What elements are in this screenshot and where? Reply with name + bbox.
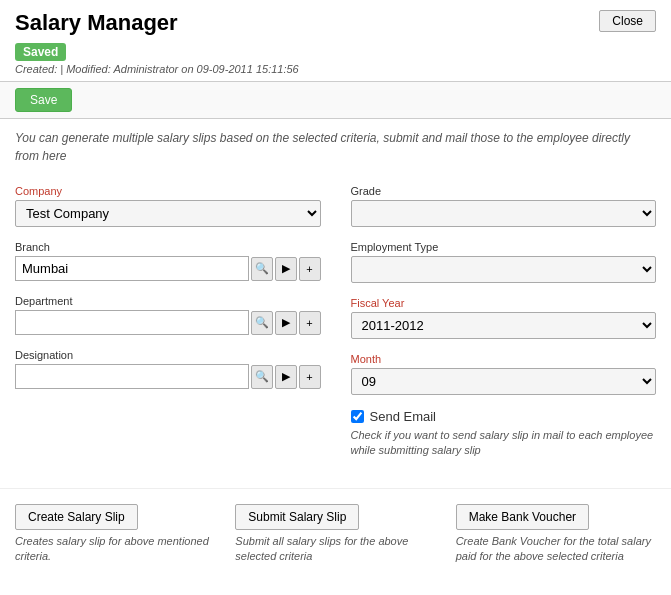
send-email-field-group: Send Email Check if you want to send sal… xyxy=(351,409,657,459)
create-hint: Creates salary slip for above mentioned … xyxy=(15,534,215,565)
created-info: Created: | Modified: Administrator on 09… xyxy=(15,63,656,75)
submit-salary-slip-button[interactable]: Submit Salary Slip xyxy=(235,504,359,530)
month-field-group: Month 09 xyxy=(351,353,657,395)
employment-type-select[interactable] xyxy=(351,256,657,283)
designation-field-group: Designation 🔍 ▶ + xyxy=(15,349,321,389)
department-add-icon[interactable]: + xyxy=(299,311,321,335)
create-salary-slip-button[interactable]: Create Salary Slip xyxy=(15,504,138,530)
company-label: Company xyxy=(15,185,321,197)
designation-input[interactable] xyxy=(15,364,249,389)
page-title: Salary Manager xyxy=(15,10,178,36)
department-label: Department xyxy=(15,295,321,307)
right-form-column: Grade Employment Type Fiscal Year 2011-2… xyxy=(351,185,657,473)
close-button[interactable]: Close xyxy=(599,10,656,32)
company-field-group: Company Test Company xyxy=(15,185,321,227)
branch-label: Branch xyxy=(15,241,321,253)
department-input[interactable] xyxy=(15,310,249,335)
description-text: You can generate multiple salary slips b… xyxy=(15,131,630,163)
fiscal-year-label: Fiscal Year xyxy=(351,297,657,309)
create-action-col: Create Salary Slip Creates salary slip f… xyxy=(15,504,215,565)
fiscal-year-select[interactable]: 2011-2012 xyxy=(351,312,657,339)
send-email-checkbox[interactable] xyxy=(351,410,364,423)
grade-field-group: Grade xyxy=(351,185,657,227)
submit-hint: Submit all salary slips for the above se… xyxy=(235,534,435,565)
bank-hint: Create Bank Voucher for the total salary… xyxy=(456,534,656,565)
company-select[interactable]: Test Company xyxy=(15,200,321,227)
branch-play-icon[interactable]: ▶ xyxy=(275,257,297,281)
make-bank-voucher-button[interactable]: Make Bank Voucher xyxy=(456,504,589,530)
designation-play-icon[interactable]: ▶ xyxy=(275,365,297,389)
fiscal-year-field-group: Fiscal Year 2011-2012 xyxy=(351,297,657,339)
employment-type-field-group: Employment Type xyxy=(351,241,657,283)
department-search-icon[interactable]: 🔍 xyxy=(251,311,273,335)
branch-input[interactable] xyxy=(15,256,249,281)
department-play-icon[interactable]: ▶ xyxy=(275,311,297,335)
submit-action-col: Submit Salary Slip Submit all salary sli… xyxy=(235,504,435,565)
branch-search-icon[interactable]: 🔍 xyxy=(251,257,273,281)
left-form-column: Company Test Company Branch 🔍 ▶ + Depart… xyxy=(15,185,321,473)
employment-type-label: Employment Type xyxy=(351,241,657,253)
designation-label: Designation xyxy=(15,349,321,361)
status-badge: Saved xyxy=(15,43,66,61)
save-button[interactable]: Save xyxy=(15,88,72,112)
department-field-group: Department 🔍 ▶ + xyxy=(15,295,321,335)
branch-field-group: Branch 🔍 ▶ + xyxy=(15,241,321,281)
send-email-label: Send Email xyxy=(370,409,436,424)
grade-select[interactable] xyxy=(351,200,657,227)
designation-search-icon[interactable]: 🔍 xyxy=(251,365,273,389)
bank-action-col: Make Bank Voucher Create Bank Voucher fo… xyxy=(456,504,656,565)
branch-add-icon[interactable]: + xyxy=(299,257,321,281)
designation-add-icon[interactable]: + xyxy=(299,365,321,389)
month-label: Month xyxy=(351,353,657,365)
month-select[interactable]: 09 xyxy=(351,368,657,395)
grade-label: Grade xyxy=(351,185,657,197)
send-email-hint: Check if you want to send salary slip in… xyxy=(351,428,657,459)
